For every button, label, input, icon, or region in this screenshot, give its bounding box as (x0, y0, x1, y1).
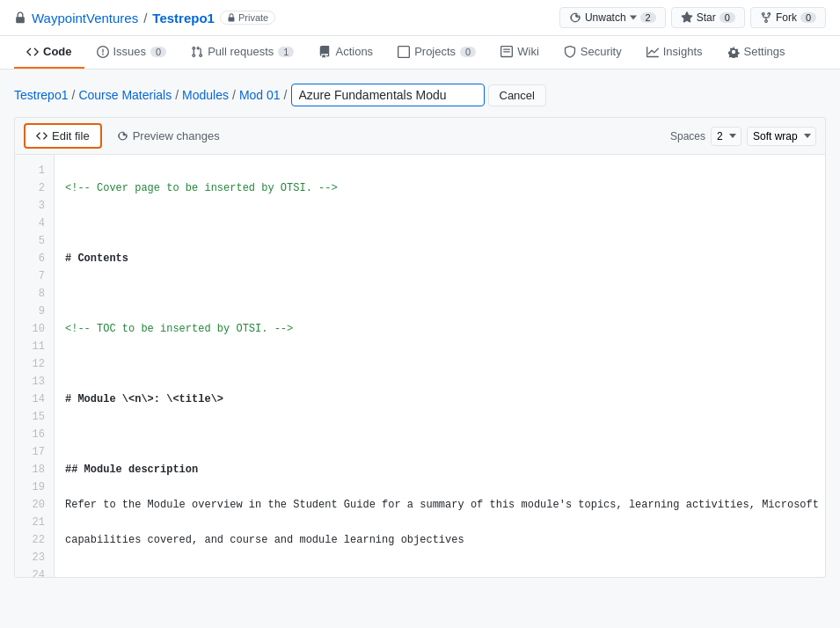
line-num-22: 22 (15, 531, 54, 549)
top-actions: Unwatch 2 Star 0 Fork 0 (559, 7, 826, 28)
code-line-2 (65, 215, 814, 232)
line-num-13: 13 (15, 373, 54, 391)
preview-changes-label: Preview changes (133, 129, 220, 142)
line-num-18: 18 (15, 461, 54, 478)
private-label: Private (238, 12, 268, 23)
line-num-1: 1 (15, 162, 54, 179)
breadcrumb-sep-1: / (175, 88, 179, 102)
repo-title: WaypointVentures / Testrepo1 Private (14, 11, 275, 26)
preview-changes-tab[interactable]: Preview changes (106, 123, 231, 149)
line-num-9: 9 (15, 303, 54, 320)
line-num-4: 4 (15, 215, 54, 232)
tab-wiki[interactable]: Wiki (488, 36, 551, 69)
tab-projects-badge: 0 (460, 47, 476, 57)
line-num-15: 15 (15, 408, 54, 426)
line-num-2: 2 (15, 179, 54, 197)
cancel-button[interactable]: Cancel (488, 84, 546, 106)
tab-projects-label: Projects (414, 45, 456, 58)
tab-issues[interactable]: Issues 0 (84, 36, 179, 69)
tab-actions-label: Actions (335, 45, 373, 58)
edit-file-label: Edit file (52, 129, 90, 142)
breadcrumb-mod01[interactable]: Mod 01 (239, 88, 281, 102)
code-line-8 (65, 426, 814, 443)
line-num-19: 19 (15, 478, 54, 496)
code-line-7: # Module \<n\>: \<title\> (65, 391, 814, 408)
tab-pr-badge: 1 (278, 47, 294, 57)
code-line-4 (65, 285, 814, 303)
breadcrumb-sep-3: / (284, 88, 288, 102)
line-num-20: 20 (15, 496, 54, 514)
code-line-5: <!-- TOC to be inserted by OTSI. --> (65, 320, 814, 338)
tab-settings[interactable]: Settings (715, 36, 798, 69)
line-num-8: 8 (15, 285, 54, 303)
tab-insights[interactable]: Insights (634, 36, 715, 69)
edit-tabs: Edit file Preview changes (24, 123, 231, 149)
star-count: 0 (719, 12, 735, 23)
line-num-7: 7 (15, 267, 54, 285)
tab-pr-label: Pull requests (208, 45, 274, 58)
breadcrumb-repo[interactable]: Testrepo1 (14, 88, 68, 102)
spaces-select[interactable]: 2 4 8 (711, 127, 741, 146)
star-label: Star (697, 11, 716, 24)
tab-code[interactable]: Code (14, 36, 84, 69)
breadcrumb: Testrepo1 / Course Materials / Modules /… (14, 84, 826, 106)
line-num-6: 6 (15, 250, 54, 267)
unwatch-button[interactable]: Unwatch 2 (559, 7, 666, 28)
nav-tabs: Code Issues 0 Pull requests 1 Actions Pr… (0, 36, 840, 69)
edit-options: Spaces 2 4 8 Soft wrap No wrap (670, 127, 816, 146)
line-num-3: 3 (15, 197, 54, 215)
line-num-10: 10 (15, 320, 54, 338)
fork-button[interactable]: Fork 0 (750, 7, 826, 28)
line-num-14: 14 (15, 391, 54, 408)
code-line-10: Refer to the Module overview in the Stud… (65, 496, 814, 514)
unwatch-count: 2 (640, 12, 656, 23)
line-num-23: 23 (15, 549, 54, 566)
code-line-3: # Contents (65, 250, 814, 267)
breadcrumb-course-materials[interactable]: Course Materials (78, 88, 172, 102)
line-num-21: 21 (15, 514, 54, 531)
wrap-select[interactable]: Soft wrap No wrap (747, 127, 816, 146)
line-num-5: 5 (15, 232, 54, 250)
title-sep: / (143, 11, 147, 26)
tab-projects[interactable]: Projects 0 (385, 36, 488, 69)
edit-toolbar: Edit file Preview changes Spaces 2 4 8 S… (14, 117, 826, 154)
fork-count: 0 (800, 12, 816, 23)
tab-wiki-label: Wiki (517, 45, 539, 58)
lock-icon (14, 11, 26, 24)
code-line-1: <!-- Cover page to be inserted by OTSI. … (65, 179, 814, 197)
private-badge: Private (220, 11, 275, 25)
code-line-9: ## Module description (65, 461, 814, 478)
unwatch-label: Unwatch (585, 11, 626, 24)
top-bar: WaypointVentures / Testrepo1 Private Unw… (0, 0, 840, 36)
code-content[interactable]: <!-- Cover page to be inserted by OTSI. … (55, 155, 825, 577)
tab-issues-label: Issues (113, 45, 147, 58)
tab-pull-requests[interactable]: Pull requests 1 (179, 36, 306, 69)
code-editor[interactable]: 1 2 3 4 5 6 7 8 9 10 11 12 13 14 15 16 1… (14, 154, 826, 578)
line-numbers: 1 2 3 4 5 6 7 8 9 10 11 12 13 14 15 16 1… (15, 155, 55, 577)
edit-file-tab[interactable]: Edit file (24, 123, 102, 149)
breadcrumb-sep-2: / (232, 88, 236, 102)
spaces-label: Spaces (670, 130, 705, 142)
tab-actions[interactable]: Actions (306, 36, 385, 69)
breadcrumb-modules[interactable]: Modules (182, 88, 229, 102)
filename-input[interactable] (291, 84, 485, 106)
line-num-11: 11 (15, 338, 54, 355)
code-line-12 (65, 566, 814, 577)
line-num-17: 17 (15, 443, 54, 461)
line-num-24: 24 (15, 566, 54, 577)
star-button[interactable]: Star 0 (671, 7, 745, 28)
code-line-6 (65, 355, 814, 373)
tab-security-label: Security (581, 45, 622, 58)
org-link[interactable]: WaypointVentures (32, 11, 138, 26)
main-content: Testrepo1 / Course Materials / Modules /… (0, 69, 840, 592)
repo-link[interactable]: Testrepo1 (152, 11, 215, 26)
fork-label: Fork (776, 11, 797, 24)
tab-code-label: Code (43, 45, 72, 58)
tab-issues-badge: 0 (150, 47, 166, 57)
tab-settings-label: Settings (744, 45, 785, 58)
code-lines[interactable]: 1 2 3 4 5 6 7 8 9 10 11 12 13 14 15 16 1… (15, 155, 825, 577)
line-num-12: 12 (15, 355, 54, 373)
tab-security[interactable]: Security (551, 36, 634, 69)
line-num-16: 16 (15, 426, 54, 443)
tab-insights-label: Insights (663, 45, 703, 58)
